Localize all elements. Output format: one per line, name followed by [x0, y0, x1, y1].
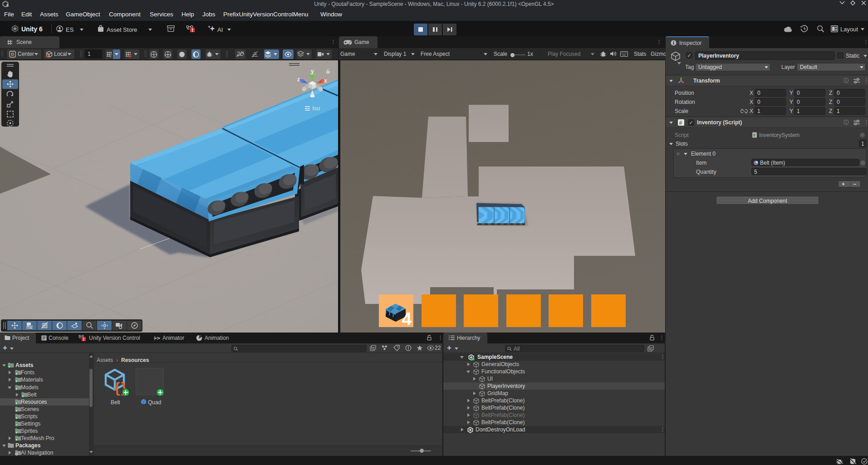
svg-text:6: 6	[6, 3, 9, 8]
svg-text:x: x	[324, 78, 327, 84]
svg-text:y: y	[311, 68, 314, 74]
svg-text:z: z	[297, 76, 300, 83]
svg-text:Y: Y	[109, 54, 112, 58]
svg-text:#: #	[679, 120, 682, 126]
svg-text:#: #	[753, 132, 755, 137]
